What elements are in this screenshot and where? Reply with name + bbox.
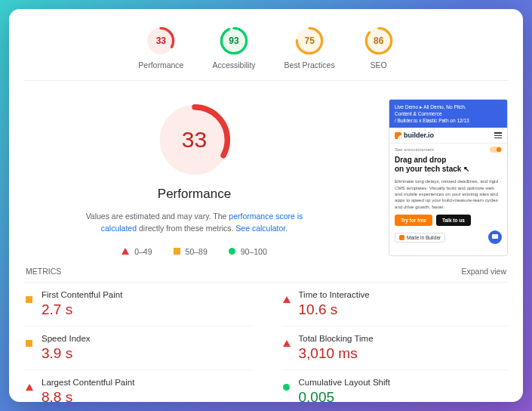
preview-body-text: Eliminate long delays, missed deadlines,…	[389, 177, 507, 215]
score-legend: 0–49 50–89 90–100	[121, 247, 267, 256]
square-icon	[26, 340, 32, 347]
score-performance[interactable]: 33Performance	[138, 26, 183, 70]
metric-name: Speed Index	[42, 334, 91, 343]
preview-footer: Made in Builder	[389, 230, 507, 244]
score-gauge: 75	[294, 26, 324, 56]
score-accessibility[interactable]: 93Accessibility	[212, 26, 255, 70]
metric-value: 10.6 s	[299, 301, 370, 318]
score-gauge: 33	[146, 26, 176, 56]
metric-name: Total Blocking Time	[299, 334, 374, 343]
detail-section: 33 Performance Values are estimated and …	[24, 81, 508, 267]
metric-value: 3.9 s	[42, 345, 91, 362]
triangle-icon	[26, 384, 33, 391]
circle-icon	[229, 248, 235, 255]
preview-cta-row: Try for free Talk to us	[389, 215, 507, 230]
report-card: 33Performance93Accessibility75Best Pract…	[9, 9, 523, 402]
metrics-header: METRICS Expand view	[24, 267, 508, 282]
metric-value: 2.7 s	[42, 301, 122, 318]
legend-avg-label: 50–89	[186, 247, 208, 256]
preview-headline: Drag and drop	[395, 156, 502, 165]
metric-value: 0.005	[299, 389, 390, 403]
toggle-icon	[490, 147, 502, 153]
score-best-practices[interactable]: 75Best Practices	[284, 26, 335, 70]
page-preview-column: Live Demo ▸ All Demo, No Pitch. Content …	[364, 94, 508, 256]
preview-announcement-row: See announcement	[389, 144, 507, 154]
metric-name: First Contentful Paint	[42, 290, 122, 299]
metric-value: 3,010 ms	[299, 345, 374, 362]
legend-fail-label: 0–49	[134, 247, 152, 256]
preview-logo: builder.io	[395, 131, 434, 139]
score-gauge: 93	[219, 26, 249, 56]
performance-gauge-description: Values are estimated and may vary. The p…	[81, 211, 308, 235]
summary-scores-row: 33Performance93Accessibility75Best Pract…	[24, 23, 508, 81]
score-value: 75	[294, 26, 324, 56]
legend-avg: 50–89	[174, 247, 208, 256]
metrics-grid: First Contentful Paint2.7 sTime to Inter…	[24, 282, 508, 403]
square-icon	[26, 296, 32, 303]
preview-logo-row: builder.io	[389, 128, 507, 144]
score-label: SEO	[371, 60, 387, 70]
preview-headline-text: on your tech stack	[395, 165, 461, 173]
performance-gauge-value: 33	[155, 100, 234, 179]
metric-time-to-interactive[interactable]: Time to Interactive10.6 s	[281, 283, 509, 326]
performance-gauge: 33	[155, 100, 234, 179]
legend-fail: 0–49	[121, 247, 152, 256]
hamburger-icon	[494, 132, 502, 138]
gauge-desc-text2: directly from these metrics.	[137, 224, 235, 233]
preview-primary-button: Try for free	[395, 215, 432, 226]
preview-secondary-button: Talk to us	[436, 215, 471, 226]
made-in-text: Made in Builder	[407, 235, 441, 240]
metric-name: Largest Contentful Paint	[42, 378, 134, 387]
cursor-icon: ↖	[463, 165, 469, 173]
performance-gauge-title: Performance	[158, 187, 231, 202]
gauge-desc-suffix: .	[285, 224, 288, 233]
see-calculator-link[interactable]: See calculator	[235, 224, 285, 233]
preview-banner-line: Content & Commerce	[395, 111, 502, 118]
triangle-icon	[283, 340, 291, 347]
metric-value: 8.8 s	[42, 389, 134, 403]
metric-name: Cumulative Layout Shift	[299, 378, 390, 387]
score-label: Performance	[138, 60, 183, 70]
score-label: Best Practices	[284, 60, 335, 70]
preview-logo-text: builder.io	[404, 131, 434, 139]
score-seo[interactable]: 86SEO	[364, 26, 394, 70]
score-value: 86	[364, 26, 394, 56]
score-value: 33	[146, 26, 176, 56]
metrics-title: METRICS	[26, 267, 61, 276]
preview-headline: on your tech stack ↖	[395, 165, 502, 174]
performance-gauge-column: 33 Performance Values are estimated and …	[24, 94, 364, 256]
preview-banner-line: Live Demo ▸ All Demo, No Pitch.	[395, 104, 502, 111]
chat-icon	[488, 230, 502, 244]
metric-cumulative-layout-shift[interactable]: Cumulative Layout Shift0.005	[281, 370, 509, 403]
gauge-desc-text: Values are estimated and may vary. The	[86, 212, 229, 221]
legend-pass-label: 90–100	[241, 247, 267, 256]
score-gauge: 86	[364, 26, 394, 56]
square-icon	[174, 248, 180, 255]
metric-speed-index[interactable]: Speed Index3.9 s	[24, 326, 251, 370]
metric-largest-contentful-paint[interactable]: Largest Contentful Paint8.8 s	[24, 370, 251, 403]
preview-banner-line: / Builder.io x Elastic Path on 12/13	[395, 118, 502, 125]
expand-view-button[interactable]: Expand view	[461, 267, 506, 276]
preview-banner: Live Demo ▸ All Demo, No Pitch. Content …	[389, 100, 507, 128]
metric-first-contentful-paint[interactable]: First Contentful Paint2.7 s	[24, 283, 251, 326]
score-label: Accessibility	[212, 60, 255, 70]
builder-logo-icon	[399, 235, 404, 240]
metric-name: Time to Interactive	[299, 290, 370, 299]
preview-announce-text: See announcement	[395, 147, 434, 152]
triangle-icon	[283, 296, 291, 303]
circle-icon	[283, 384, 290, 391]
made-in-badge: Made in Builder	[395, 233, 445, 243]
preview-headlines: Drag and drop on your tech stack ↖	[389, 154, 507, 177]
metric-total-blocking-time[interactable]: Total Blocking Time3,010 ms	[281, 326, 509, 370]
triangle-icon	[121, 248, 129, 255]
score-value: 93	[219, 26, 249, 56]
legend-pass: 90–100	[229, 247, 267, 256]
builder-logo-icon	[395, 132, 401, 139]
page-screenshot-preview: Live Demo ▸ All Demo, No Pitch. Content …	[389, 99, 508, 256]
